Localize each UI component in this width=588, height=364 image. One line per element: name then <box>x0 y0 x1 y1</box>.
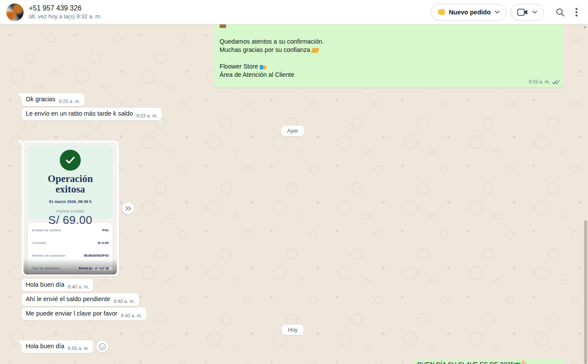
receipt-image[interactable]: Operación exitosa 01 marzo 2026, 08:39 h… <box>24 142 117 275</box>
message-time: 9:23 a. m. <box>136 113 158 118</box>
detail-label: Comisión <box>32 239 46 247</box>
message-bubble-incoming[interactable]: Ok gracias9:23 a. m. <box>22 93 84 106</box>
receipt-status-card: Operación exitosa 01 marzo 2026, 08:39 h… <box>28 145 113 219</box>
detail-label: Entidad de destino <box>32 226 61 234</box>
delivered-checks-icon <box>552 80 560 85</box>
detail-value: Plin <box>102 226 109 234</box>
message-text: Le envío en un ratito más tarde k saldo <box>26 110 133 117</box>
message-time: 8:40 a. m. <box>68 284 89 289</box>
message-row: Hola buen día6:55 a. m. <box>22 340 108 353</box>
receipt-date: 01 marzo 2026, 08:39 h <box>28 198 113 206</box>
date-divider-yesterday: Ayer <box>282 126 304 136</box>
chat-header: +51 957 439 326 últ. vez hoy a la(s) 9:3… <box>0 0 588 24</box>
message-time: 9:15 a. m. <box>529 78 550 86</box>
image-time-overlay: 8:40 a. m. <box>24 259 117 275</box>
receipt-detail-row: Comisión S/ 0.00 <box>32 237 109 249</box>
scrollbar-thumb[interactable] <box>584 220 587 364</box>
message-text: Hola buen día <box>26 343 64 350</box>
message-text: Muchas gracias por su confianza <box>220 46 310 53</box>
detail-value: S/ 0.00 <box>98 239 109 247</box>
message-bubble-outgoing[interactable]: BUEN DÍA SU CLAVE ES DE 9025✓9:30 a. m. <box>413 359 564 364</box>
message-time: 6:55 a. m. <box>68 346 89 351</box>
video-camera-icon <box>517 8 528 16</box>
video-call-button[interactable] <box>511 4 544 21</box>
message-line <box>220 24 558 29</box>
date-divider-today: Hoy <box>282 325 303 335</box>
new-order-label: Nuevo pedido <box>449 9 491 16</box>
search-icon <box>555 7 565 17</box>
receipt-title: Operación exitosa <box>28 174 113 195</box>
chevron-down-icon <box>532 10 537 14</box>
message-bubble-outgoing[interactable]: Quedamos atentos a su confirmación. Much… <box>214 24 564 88</box>
message-text: BUEN DÍA SU CLAVE ES DE 9025 <box>417 361 514 364</box>
message-list[interactable]: Quedamos atentos a su confirmación. Much… <box>0 24 588 364</box>
message-time: 9:23 a. m. <box>59 99 80 104</box>
message-line: Quedamos atentos a su confirmación. <box>220 38 558 46</box>
message-line: Área de Atención al Cliente <box>220 71 558 79</box>
message-bubble-incoming[interactable]: Me puede enviar l clave por favor8:40 a.… <box>22 308 146 320</box>
chevron-down-icon <box>495 10 500 14</box>
contact-avatar[interactable] <box>6 3 24 21</box>
message-text: Ahí le envié el saldo pendiente <box>26 295 110 302</box>
message-line: Floower Store <box>220 62 558 71</box>
message-text: Floower Store <box>220 63 258 70</box>
handshake-emoji-icon <box>311 48 320 53</box>
image-message-bubble[interactable]: Operación exitosa 01 marzo 2026, 08:39 h… <box>22 141 119 276</box>
message-bubble-incoming[interactable]: Le envío en un ratito más tarde k saldo9… <box>22 108 162 120</box>
kebab-menu-icon <box>575 8 578 17</box>
message-time: 8:40 a. m. <box>113 299 135 304</box>
success-check-icon <box>60 150 81 171</box>
scroll-up-arrow[interactable] <box>583 26 587 28</box>
forward-icon <box>125 206 132 211</box>
message-bubble-incoming[interactable]: Hola buen día6:55 a. m. <box>22 340 93 353</box>
shopping-bags-emoji-icon <box>260 64 267 69</box>
contact-name: +51 957 439 326 <box>29 4 102 12</box>
search-button[interactable] <box>555 7 565 17</box>
message-time: 8:40 a. m. <box>121 313 142 318</box>
point-up-emoji-icon <box>521 361 526 364</box>
message-bubble-incoming[interactable]: Ahí le envié el saldo pendiente8:40 a. m… <box>22 293 139 306</box>
message-text: Ok gracias <box>26 96 55 103</box>
message-text: Hola buen día <box>26 281 64 288</box>
media-message-row: Operación exitosa 01 marzo 2026, 08:39 h… <box>22 141 134 276</box>
forward-message-button[interactable] <box>122 203 134 214</box>
new-order-button[interactable]: Nuevo pedido <box>431 4 506 21</box>
message-meta: 9:15 a. m. <box>529 78 560 86</box>
menu-button[interactable] <box>575 8 578 17</box>
message-text: Me puede enviar l clave por favor <box>26 310 117 317</box>
header-actions: Nuevo pedido <box>431 4 578 21</box>
package-emoji-icon <box>220 24 226 28</box>
order-tag-icon <box>437 9 445 15</box>
smiley-icon <box>98 343 107 351</box>
message-line: Muchas gracias por su confianza <box>220 46 558 54</box>
contact-info[interactable]: +51 957 439 326 últ. vez hoy a la(s) 9:3… <box>29 4 102 20</box>
contact-last-seen: últ. vez hoy a la(s) 9:32 a. m. <box>29 13 102 20</box>
message-bubble-incoming[interactable]: Hola buen día8:40 a. m. <box>22 279 93 292</box>
react-emoji-button[interactable] <box>96 341 108 353</box>
message-time: 8:40 a. m. <box>93 264 114 273</box>
